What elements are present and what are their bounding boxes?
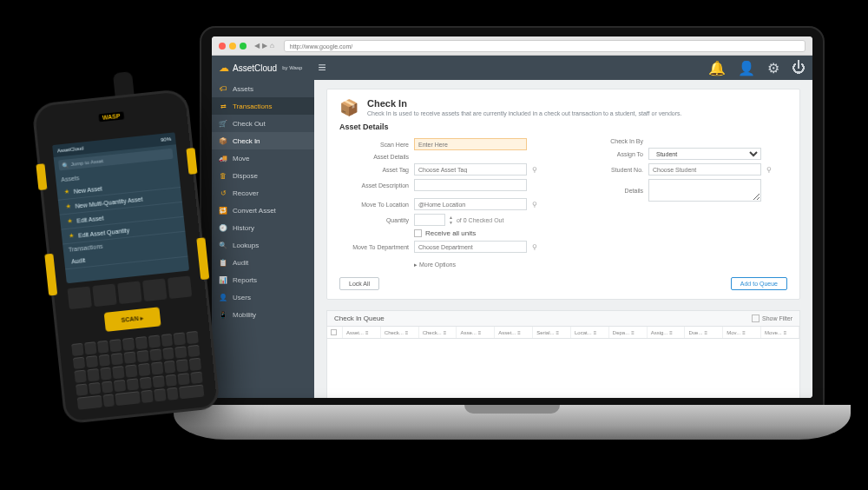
key[interactable] xyxy=(138,363,150,376)
student-no-input[interactable] xyxy=(648,163,761,175)
home-icon[interactable]: ⌂ xyxy=(270,42,274,50)
key[interactable] xyxy=(187,344,200,357)
key[interactable] xyxy=(97,341,109,354)
more-options-toggle[interactable]: ▸ More Options xyxy=(414,262,539,268)
sidebar-item-reports[interactable]: 📊 Reports xyxy=(212,271,314,288)
sidebar-item-checkout[interactable]: 🛒 Check Out xyxy=(212,115,314,132)
key[interactable] xyxy=(100,368,112,381)
key[interactable] xyxy=(162,347,174,360)
maximize-window-icon[interactable] xyxy=(240,43,247,50)
sidebar-item-convert[interactable]: 🔁 Convert Asset xyxy=(212,202,314,219)
key[interactable] xyxy=(165,374,177,387)
move-loc-input[interactable] xyxy=(414,198,527,210)
key[interactable] xyxy=(76,383,88,396)
col[interactable]: Asse...≡ xyxy=(457,327,495,338)
key[interactable] xyxy=(154,389,166,402)
menu-toggle-icon[interactable]: ≡ xyxy=(318,60,326,76)
sidebar-item-assets[interactable]: 🏷 Assets xyxy=(212,80,314,97)
asset-desc-input[interactable] xyxy=(414,179,527,191)
col[interactable]: Asset...≡ xyxy=(495,327,533,338)
sidebar-item-checkin[interactable]: 📦 Check In xyxy=(212,132,314,149)
key[interactable] xyxy=(161,334,173,347)
sidebar-item-mobility[interactable]: 📱 Mobility xyxy=(212,306,314,323)
key[interactable] xyxy=(114,380,126,393)
lookup-icon[interactable]: ⚲ xyxy=(532,166,539,173)
key[interactable] xyxy=(141,390,153,403)
col[interactable]: Assig...≡ xyxy=(648,327,686,338)
sidebar-item-move[interactable]: 🚚 Move xyxy=(212,149,314,167)
receive-all-checkbox[interactable] xyxy=(414,229,422,237)
key[interactable] xyxy=(98,354,110,367)
col[interactable]: Mov...≡ xyxy=(723,327,761,338)
key[interactable] xyxy=(187,331,199,344)
key[interactable] xyxy=(148,334,161,348)
key[interactable] xyxy=(127,378,139,391)
quantity-stepper[interactable]: ▲▼ xyxy=(449,215,453,225)
sidebar-item-history[interactable]: 🕘 History xyxy=(212,219,314,236)
lookup-icon[interactable]: ⚲ xyxy=(532,201,539,208)
col[interactable]: Check...≡ xyxy=(381,327,419,338)
key[interactable] xyxy=(109,339,122,352)
col[interactable]: Serial...≡ xyxy=(533,327,571,338)
key[interactable] xyxy=(102,394,115,407)
col-checkbox[interactable] xyxy=(327,327,343,338)
col[interactable]: Locat...≡ xyxy=(571,327,609,338)
notifications-icon[interactable]: 🔔 xyxy=(708,60,726,76)
key[interactable] xyxy=(191,371,203,384)
scan-button[interactable]: SCAN ▸ xyxy=(104,307,161,332)
key[interactable] xyxy=(74,370,86,383)
key[interactable] xyxy=(176,359,188,372)
side-button[interactable] xyxy=(44,254,57,296)
add-to-queue-button[interactable]: Add to Queue xyxy=(731,277,787,290)
close-window-icon[interactable] xyxy=(219,43,226,50)
move-dept-input[interactable] xyxy=(414,241,527,253)
key[interactable] xyxy=(122,338,135,351)
key[interactable] xyxy=(140,377,152,390)
col[interactable]: Depa...≡ xyxy=(609,327,648,338)
col[interactable]: Check...≡ xyxy=(419,327,457,338)
sidebar-item-lookups[interactable]: 🔍 Lookups xyxy=(212,236,314,254)
key[interactable] xyxy=(189,358,201,371)
key[interactable] xyxy=(136,350,148,363)
settings-icon[interactable]: ⚙ xyxy=(767,60,779,76)
filter-checkbox[interactable] xyxy=(752,315,760,322)
key[interactable] xyxy=(152,375,164,388)
logout-icon[interactable]: ⏻ xyxy=(792,60,806,76)
details-textarea[interactable] xyxy=(648,179,761,202)
key[interactable] xyxy=(125,365,137,378)
key[interactable] xyxy=(124,351,136,364)
minimize-window-icon[interactable] xyxy=(229,43,236,50)
softkey[interactable] xyxy=(68,287,92,310)
col[interactable]: Due...≡ xyxy=(685,327,723,338)
key[interactable] xyxy=(151,362,163,375)
key[interactable] xyxy=(113,366,125,379)
key[interactable] xyxy=(164,361,176,374)
sidebar-item-recover[interactable]: ↺ Recover xyxy=(212,184,314,202)
lookup-icon[interactable]: ⚲ xyxy=(766,166,773,173)
scan-input[interactable] xyxy=(414,138,527,150)
sidebar-item-transactions[interactable]: ⇄ Transactions xyxy=(212,97,314,115)
quantity-input[interactable] xyxy=(414,214,445,226)
sidebar-item-users[interactable]: 👤 Users xyxy=(212,288,314,306)
col[interactable]: Move...≡ xyxy=(761,327,799,338)
softkey[interactable] xyxy=(168,275,192,299)
softkey[interactable] xyxy=(92,284,116,308)
show-filter-toggle[interactable]: Show Filter xyxy=(752,315,792,322)
key[interactable] xyxy=(149,348,161,361)
key[interactable] xyxy=(175,346,187,359)
user-icon[interactable]: 👤 xyxy=(738,60,755,76)
lock-all-button[interactable]: Lock All xyxy=(339,277,379,290)
col[interactable]: Asset...≡ xyxy=(343,327,381,338)
key[interactable] xyxy=(167,387,179,401)
back-icon[interactable]: ◀ xyxy=(254,42,260,50)
softkey[interactable] xyxy=(117,281,141,304)
key[interactable] xyxy=(174,332,186,345)
key[interactable] xyxy=(71,343,83,356)
key[interactable] xyxy=(102,381,114,394)
key[interactable] xyxy=(87,368,99,381)
softkey[interactable] xyxy=(142,278,167,301)
spacebar-key[interactable] xyxy=(115,392,141,406)
sidebar-item-dispose[interactable]: 🗑 Dispose xyxy=(212,167,314,184)
side-button[interactable] xyxy=(36,163,47,190)
key[interactable] xyxy=(178,373,190,386)
